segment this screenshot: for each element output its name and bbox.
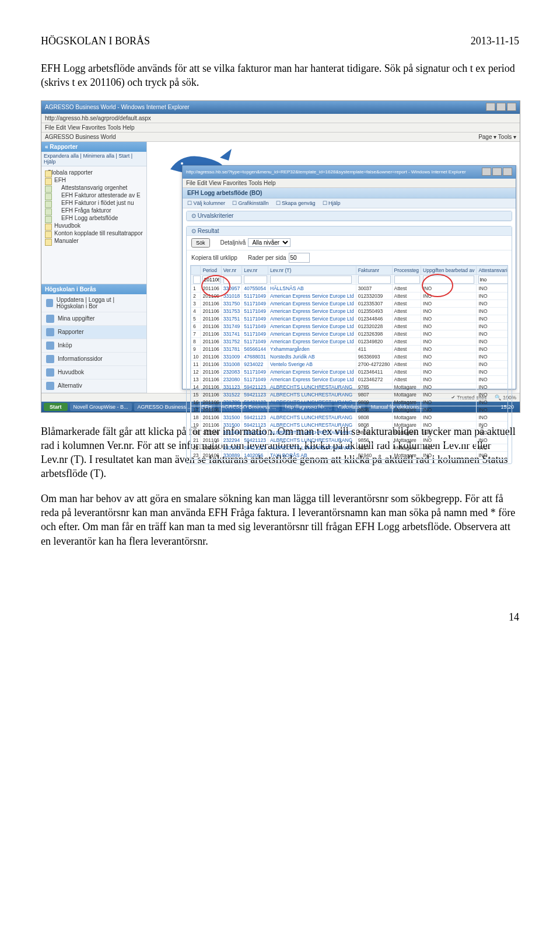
tree-node[interactable]: EFH Fråga fakturor xyxy=(45,207,143,214)
tree-node[interactable]: Globala rapporter xyxy=(45,169,143,176)
nav-icon xyxy=(46,315,54,323)
sidebar-lower-item[interactable]: Rapporter xyxy=(41,326,146,339)
panel-tool[interactable]: ☐ Välj kolumner xyxy=(187,200,225,206)
urval-section[interactable]: ⊙ Urvalskriterier xyxy=(186,211,512,221)
sidebar-toolbar[interactable]: Expandera alla | Minimera alla | Start |… xyxy=(41,152,146,166)
column-header[interactable]: Uppgiften bearbetad av xyxy=(421,266,477,274)
filter-input[interactable] xyxy=(193,276,201,284)
inner-window-title: http://agresso.hb.se/?type=topgen&menu_i… xyxy=(186,169,466,175)
column-header[interactable] xyxy=(191,266,201,274)
result-grid[interactable]: PeriodVer.nrLev.nrLev.nr (T)FakturanrPro… xyxy=(190,265,508,460)
table-row[interactable]: 1620110633178659421123ALBRECHTS LUNCHRES… xyxy=(191,398,509,406)
sidebar-lower-item[interactable]: Inköp xyxy=(41,339,146,353)
detail-select[interactable]: Alla nivåer xyxy=(248,238,290,247)
panel-tool[interactable]: ☐ Skapa genväg xyxy=(276,200,316,206)
tree-node[interactable]: EFH Fakturor attesterade av E xyxy=(45,191,143,199)
table-row[interactable]: 1520110633152259421123ALBRECHTS LUNCHRES… xyxy=(191,391,509,398)
doc-header-right: 2013-11-15 xyxy=(471,35,519,47)
inner-menubar[interactable]: File Edit View Favorites Tools Help xyxy=(183,179,516,188)
filter-input[interactable] xyxy=(270,276,352,284)
nav-icon xyxy=(46,299,53,307)
taskbar-item[interactable]: Novell GroupWise - B... xyxy=(70,403,132,411)
panel-tool[interactable]: ☐ Hjälp xyxy=(323,200,341,206)
nav-icon xyxy=(46,382,54,390)
nav-icon xyxy=(46,368,54,377)
table-row[interactable]: 820110633175251171049American Express Se… xyxy=(191,337,509,345)
inner-titlebar: http://agresso.hb.se/?type=topgen&menu_i… xyxy=(183,166,516,179)
tree-node[interactable]: EFH Fakturor i flödet just nu xyxy=(45,199,143,207)
address-bar[interactable]: http://agresso.hb.se/agrprod/default.asp… xyxy=(41,114,520,123)
filter-input[interactable] xyxy=(394,276,420,284)
sidebar-tree[interactable]: Globala rapporterEFHAtteststansvarig org… xyxy=(41,166,146,284)
tree-node[interactable]: Konton kopplade till resultatrappor xyxy=(45,229,143,237)
nav-icon xyxy=(46,355,54,363)
table-row[interactable]: 220110633101851171049American Express Se… xyxy=(191,292,509,299)
table-row[interactable]: 2120110623229459421123ALBRECHTS LUNCHRES… xyxy=(191,436,509,444)
sidebar-lower-item[interactable]: Alternativ xyxy=(41,379,146,393)
start-button[interactable]: Start xyxy=(44,403,68,411)
filter-input[interactable] xyxy=(202,276,220,284)
window-controls[interactable] xyxy=(485,103,516,112)
doc-header-left: HÖGSKOLAN I BORÅS xyxy=(41,35,150,47)
table-row[interactable]: 120110633095740755054HÄLLSNÄS AB30037Att… xyxy=(191,284,509,292)
filter-input[interactable] xyxy=(358,276,391,284)
panel-tool[interactable]: ☐ Grafikinställn xyxy=(232,200,269,206)
copy-clipboard[interactable]: Kopiera till urklipp xyxy=(191,255,237,261)
search-button[interactable]: Sök xyxy=(191,238,210,248)
rows-label: Rader per sida xyxy=(248,255,286,261)
table-row[interactable]: 520110633175151171049American Express Se… xyxy=(191,315,509,322)
table-row[interactable]: 1020110633100947688031Norstedts Juridik … xyxy=(191,353,509,360)
table-row[interactable]: 720110633174151171049American Express Se… xyxy=(191,330,509,337)
table-row[interactable]: 1220110623208351171049American Express S… xyxy=(191,368,509,375)
table-row[interactable]: 1320110623208051171049American Express S… xyxy=(191,375,509,383)
nav-icon xyxy=(46,342,54,350)
tree-node[interactable]: Huvudbok xyxy=(45,222,143,229)
table-row[interactable]: 620110633174951171049American Express Se… xyxy=(191,322,509,330)
table-row[interactable]: 920110633178156566144Yxhammargården411At… xyxy=(191,345,509,353)
tree-node[interactable]: EFH xyxy=(45,176,143,184)
panel-tools[interactable]: ☐ Välj kolumner☐ Grafikinställn☐ Skapa g… xyxy=(183,198,516,208)
table-row[interactable]: 112011063310089234022Ventelo Sverige AB2… xyxy=(191,360,509,368)
filter-input[interactable] xyxy=(423,276,474,284)
filter-input[interactable] xyxy=(244,276,267,284)
screenshot-container: AGRESSO Business World - Windows Interne… xyxy=(41,100,520,413)
column-header[interactable]: Fakturanr xyxy=(356,266,392,274)
table-row[interactable]: 320110633175051171049American Express Se… xyxy=(191,299,509,307)
urval-header[interactable]: ⊙ Urvalskriterier xyxy=(187,211,512,221)
filter-input[interactable] xyxy=(223,276,242,284)
sidebar-lower-item[interactable]: Uppdatera | Logga ut | Högskolan i Bor xyxy=(41,294,146,312)
table-row[interactable]: 2020110633150059421123ALBRECHTS LUNCHRES… xyxy=(191,429,509,436)
column-header[interactable]: Ver.nr xyxy=(221,266,242,274)
panel-title: EFH Logg arbetsflöde (BO) xyxy=(183,188,516,198)
sidebar-lower-item[interactable]: Huvudbok xyxy=(41,366,146,379)
paragraph-3: Om man har behov av att göra en smalare … xyxy=(41,492,519,548)
tree-node[interactable]: Atteststansvarig orgenhet xyxy=(45,184,143,191)
inner-window-controls[interactable] xyxy=(481,168,512,177)
table-row[interactable]: 1420110633112359421123ALBRECHTS LUNCHRES… xyxy=(191,383,509,391)
main-area: http://agresso.hb.se/?type=topgen&menu_i… xyxy=(147,142,520,393)
outer-brandbar: AGRESSO Business World Page ▾ Tools ▾ xyxy=(41,133,520,142)
toolbar-right[interactable]: Page ▾ Tools ▾ xyxy=(478,134,516,140)
outer-window-title: AGRESSO Business World - Windows Interne… xyxy=(45,104,190,110)
sidebar: « Rapporter Expandera alla | Minimera al… xyxy=(41,142,147,393)
column-header[interactable]: Period xyxy=(201,266,221,274)
column-header[interactable]: Lev.nr xyxy=(242,266,268,274)
sidebar-lower-item[interactable]: Informationssidor xyxy=(41,353,146,366)
column-header[interactable]: Attestansvarig xyxy=(477,266,508,274)
tree-node[interactable]: Manualer xyxy=(45,237,143,245)
table-row[interactable]: 1820110633150059421123ALBRECHTS LUNCHRES… xyxy=(191,413,509,421)
sidebar-lower-item[interactable]: Mina uppgifter xyxy=(41,312,146,326)
svg-point-0 xyxy=(181,162,183,165)
table-row[interactable]: 1720110633150059421123ALBRECHTS LUNCHRES… xyxy=(191,406,509,413)
table-row[interactable]: 2220110623219359421123ALBRECHTS LUNCHRES… xyxy=(191,444,509,451)
table-row[interactable]: 420110633175351171049American Express Se… xyxy=(191,307,509,315)
column-header[interactable]: Lev.nr (T) xyxy=(268,266,356,274)
table-row[interactable]: 232011063308891402056TAXI BORÅS AB81940M… xyxy=(191,451,509,459)
column-header[interactable]: Processteg xyxy=(392,266,421,274)
result-toolbar-1: Sök Detaljnivå Alla nivåer xyxy=(187,236,512,250)
table-row[interactable]: 1920110633150059421123ALBRECHTS LUNCHRES… xyxy=(191,421,509,429)
tree-node[interactable]: EFH Logg arbetsflöde xyxy=(45,214,143,222)
outer-menubar[interactable]: File Edit View Favorites Tools Help xyxy=(41,123,520,133)
filter-input[interactable] xyxy=(478,276,508,284)
rows-input[interactable] xyxy=(289,253,310,263)
